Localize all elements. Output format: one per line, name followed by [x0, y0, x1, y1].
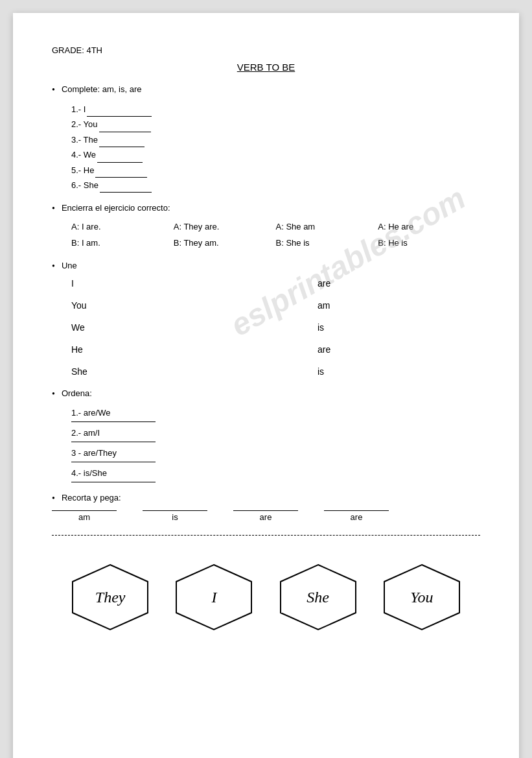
recorta-verb: is	[172, 512, 178, 522]
list-item: 4.- We	[71, 147, 480, 162]
une-row: We is	[71, 322, 480, 333]
hexagon-shape: I	[175, 563, 253, 631]
list-item: 3.- The	[71, 132, 480, 147]
list-item: 2.- You	[71, 117, 480, 132]
ordena-item: 1.- are/We	[71, 406, 480, 422]
une-subject: We	[71, 322, 123, 333]
section-recorta-instruction: Recorta y pega:	[62, 493, 121, 503]
encierra-cell: A: They are.	[174, 220, 276, 234]
une-row: You am	[71, 300, 480, 311]
section-recorta: • Recorta y pega: am is are are	[52, 493, 480, 522]
une-subject: She	[71, 366, 123, 377]
encierra-cell: A: I are.	[71, 220, 174, 234]
une-row: He are	[71, 344, 480, 355]
bullet-icon: •	[52, 204, 55, 214]
section-une: • Une I are You am We is He are She is	[52, 261, 480, 377]
encierra-grid: A: I are. A: They are. A: She am A: He a…	[71, 220, 480, 250]
hexagon-cutouts-row: They I She You	[52, 549, 480, 646]
hexagon-shape: They	[71, 563, 149, 631]
list-item: 1.- I	[71, 102, 480, 117]
une-row: I are	[71, 278, 480, 289]
section-ordena: • Ordena: 1.- are/We 2.- am/I 3 - are/Th…	[52, 388, 480, 482]
section-complete: • Complete: am, is, are 1.- I 2.- You 3.…	[52, 84, 480, 193]
hexagon-you: You	[380, 562, 464, 633]
une-subject: I	[71, 278, 123, 289]
recorta-item: are	[324, 510, 389, 522]
section-complete-header: • Complete: am, is, are	[52, 84, 480, 95]
ordena-item: 2.- am/I	[71, 426, 480, 442]
une-verb: is	[318, 322, 324, 333]
ordena-item: 3 - are/They	[71, 446, 480, 462]
recorta-verb: are	[351, 512, 363, 522]
ordena-item: 4.- is/She	[71, 466, 480, 482]
recorta-item: am	[52, 510, 117, 522]
encierra-cell: A: He are	[378, 220, 480, 234]
grade-label: GRADE: 4TH	[52, 45, 480, 55]
bullet-icon: •	[52, 389, 55, 399]
page-title: VERB TO BE	[52, 62, 480, 73]
une-verb: is	[318, 366, 324, 377]
list-item: 6.- She	[71, 178, 480, 193]
hexagon-label-she: She	[306, 589, 329, 606]
fill-in-list: 1.- I 2.- You 3.- The 4.- We 5.- He 6.- …	[71, 102, 480, 193]
section-encierra-header: • Encierra el ejercicio correcto:	[52, 203, 480, 214]
une-verb: are	[318, 344, 330, 355]
hexagon-shape: You	[383, 563, 461, 631]
hexagon-label-they: They	[95, 589, 126, 606]
une-subject: He	[71, 344, 123, 355]
encierra-cell: B: He is	[378, 237, 480, 250]
section-complete-instruction: Complete: am, is, are	[62, 84, 142, 94]
recorta-verb: am	[78, 512, 90, 522]
encierra-cell: B: They am.	[174, 237, 276, 250]
section-ordena-header: • Ordena:	[52, 388, 480, 399]
une-row: She is	[71, 366, 480, 377]
bullet-icon: •	[52, 261, 55, 272]
worksheet-page: eslprintables.com GRADE: 4TH VERB TO BE …	[13, 13, 519, 758]
bullet-icon: •	[52, 493, 55, 504]
section-ordena-instruction: Ordena:	[62, 388, 92, 398]
section-une-header: • Une	[52, 261, 480, 272]
list-item: 5.- He	[71, 163, 480, 178]
recorta-verb: are	[260, 512, 272, 522]
section-encierra: • Encierra el ejercicio correcto: A: I a…	[52, 203, 480, 250]
hexagon-shape: She	[279, 563, 357, 631]
encierra-cell: B: She is	[276, 237, 378, 250]
recorta-item: is	[143, 510, 207, 522]
section-une-instruction: Une	[62, 261, 77, 270]
hexagon-they: They	[68, 562, 152, 633]
hexagon-label-i: I	[211, 589, 216, 606]
bullet-icon: •	[52, 85, 55, 95]
section-encierra-instruction: Encierra el ejercicio correcto:	[62, 203, 170, 213]
encierra-cell: A: She am	[276, 220, 378, 234]
une-verb: am	[318, 300, 330, 311]
recorta-item: are	[233, 510, 298, 522]
recorta-blanks-row: am is are are	[52, 510, 480, 522]
une-subject: You	[71, 300, 123, 311]
une-verb: are	[318, 278, 330, 289]
section-recorta-header: • Recorta y pega:	[52, 493, 480, 504]
hexagon-label-you: You	[410, 589, 433, 606]
encierra-cell: B: I am.	[71, 237, 174, 250]
hexagon-she: She	[276, 562, 360, 633]
dashed-divider	[52, 535, 480, 536]
une-matching: I are You am We is He are She is	[71, 278, 480, 377]
ordena-list: 1.- are/We 2.- am/I 3 - are/They 4.- is/…	[71, 406, 480, 482]
hexagon-i: I	[172, 562, 256, 633]
